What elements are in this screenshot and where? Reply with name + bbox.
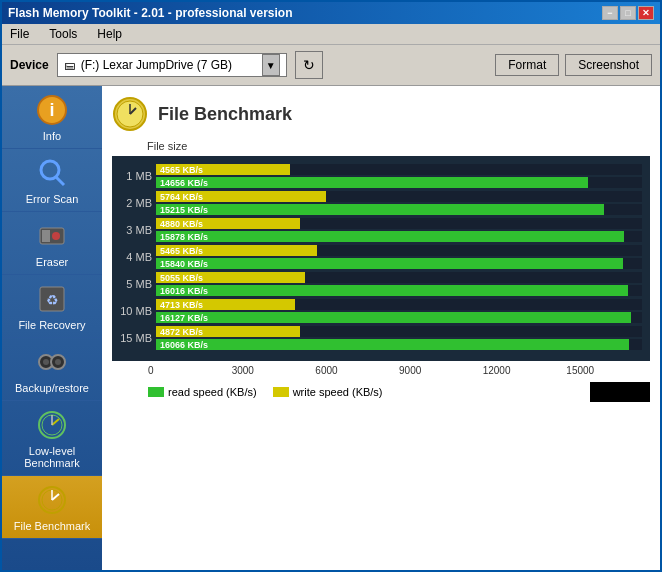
x-tick: 3000 <box>232 365 316 376</box>
sidebar-item-backup-restore-label: Backup/restore <box>15 382 89 394</box>
write-bar: 5764 KB/s <box>156 191 326 202</box>
read-bar: 16127 KB/s <box>156 312 631 323</box>
write-bar: 4713 KB/s <box>156 299 295 310</box>
low-level-benchmark-icon <box>34 407 70 443</box>
menu-file[interactable]: File <box>6 26 33 42</box>
chart-x-axis: 03000600090001200015000 <box>148 365 650 376</box>
sidebar-item-low-level-benchmark-label: Low-level Benchmark <box>6 445 98 469</box>
sidebar-item-info-label: Info <box>43 130 61 142</box>
chart-wrapper: File size 1 MB4565 KB/s14656 KB/s2 MB576… <box>112 140 650 402</box>
sidebar-item-eraser[interactable]: Eraser <box>2 212 102 275</box>
svg-line-3 <box>56 177 64 185</box>
bars-group: 5764 KB/s15215 KB/s <box>156 191 642 215</box>
bars-group: 4565 KB/s14656 KB/s <box>156 164 642 188</box>
close-button[interactable]: ✕ <box>638 6 654 20</box>
read-bar: 15840 KB/s <box>156 258 623 269</box>
legend-read: read speed (KB/s) <box>148 382 257 402</box>
write-bar: 5465 KB/s <box>156 245 317 256</box>
row-label: 15 MB <box>120 332 152 344</box>
read-bar: 15878 KB/s <box>156 231 624 242</box>
row-label: 4 MB <box>120 251 152 263</box>
write-bar: 4565 KB/s <box>156 164 290 175</box>
sidebar-item-error-scan-label: Error Scan <box>26 193 79 205</box>
svg-point-2 <box>41 161 59 179</box>
svg-rect-5 <box>42 230 50 242</box>
x-tick: 12000 <box>483 365 567 376</box>
file-recovery-icon: ♻ <box>34 281 70 317</box>
chart-container: 1 MB4565 KB/s14656 KB/s2 MB5764 KB/s1521… <box>112 156 650 361</box>
device-dropdown-arrow[interactable]: ▼ <box>262 54 280 76</box>
eraser-icon <box>34 218 70 254</box>
device-value: (F:) Lexar JumpDrive (7 GB) <box>81 58 232 72</box>
sidebar-item-file-benchmark[interactable]: File Benchmark <box>2 476 102 539</box>
legend-write: write speed (KB/s) <box>273 382 383 402</box>
row-label: 3 MB <box>120 224 152 236</box>
toolbar: Device 🖴 (F:) Lexar JumpDrive (7 GB) ▼ ↻… <box>2 45 660 86</box>
menu-help[interactable]: Help <box>93 26 126 42</box>
maximize-button[interactable]: □ <box>620 6 636 20</box>
sidebar-item-file-recovery[interactable]: ♻ File Recovery <box>2 275 102 338</box>
row-label: 2 MB <box>120 197 152 209</box>
info-icon: i <box>34 92 70 128</box>
sidebar-item-info[interactable]: i Info <box>2 86 102 149</box>
read-bar: 16066 KB/s <box>156 339 629 350</box>
read-bar: 16016 KB/s <box>156 285 628 296</box>
chart-row: 1 MB4565 KB/s14656 KB/s <box>120 164 642 188</box>
title-bar-buttons: − □ ✕ <box>602 6 654 20</box>
svg-line-19 <box>52 494 59 500</box>
error-scan-icon <box>34 155 70 191</box>
bars-group: 4880 KB/s15878 KB/s <box>156 218 642 242</box>
chart-row: 5 MB5055 KB/s16016 KB/s <box>120 272 642 296</box>
read-bar: 15215 KB/s <box>156 204 604 215</box>
backup-restore-icon <box>34 344 70 380</box>
menu-tools[interactable]: Tools <box>45 26 81 42</box>
device-select-container[interactable]: 🖴 (F:) Lexar JumpDrive (7 GB) ▼ <box>57 53 287 77</box>
write-bar: 4880 KB/s <box>156 218 300 229</box>
device-label: Device <box>10 58 49 72</box>
sidebar-item-error-scan[interactable]: Error Scan <box>2 149 102 212</box>
sidebar-item-file-benchmark-label: File Benchmark <box>14 520 90 532</box>
svg-point-12 <box>55 359 61 365</box>
title-bar: Flash Memory Toolkit - 2.01 - profession… <box>2 2 660 24</box>
content-title: File Benchmark <box>158 104 292 125</box>
chart-row: 10 MB4713 KB/s16127 KB/s <box>120 299 642 323</box>
bars-group: 4713 KB/s16127 KB/s <box>156 299 642 323</box>
write-bar: 5055 KB/s <box>156 272 305 283</box>
svg-text:♻: ♻ <box>46 292 59 308</box>
x-tick: 15000 <box>566 365 650 376</box>
x-tick: 9000 <box>399 365 483 376</box>
sidebar-item-file-recovery-label: File Recovery <box>18 319 85 331</box>
svg-point-10 <box>43 359 49 365</box>
bars-group: 5055 KB/s16016 KB/s <box>156 272 642 296</box>
svg-line-15 <box>52 419 59 425</box>
file-size-label: File size <box>147 140 650 152</box>
sidebar-item-backup-restore[interactable]: Backup/restore <box>2 338 102 401</box>
row-label: 1 MB <box>120 170 152 182</box>
format-button[interactable]: Format <box>495 54 559 76</box>
content-clock-icon <box>112 96 148 132</box>
main-window: Flash Memory Toolkit - 2.01 - profession… <box>0 0 662 572</box>
row-label: 5 MB <box>120 278 152 290</box>
sidebar: i Info Error Scan <box>2 86 102 570</box>
content-area: File Benchmark File size 1 MB4565 KB/s14… <box>102 86 660 570</box>
chart-row: 15 MB4872 KB/s16066 KB/s <box>120 326 642 350</box>
legend-write-label: write speed (KB/s) <box>293 386 383 398</box>
menu-bar: File Tools Help <box>2 24 660 45</box>
legend-write-color <box>273 387 289 397</box>
x-tick: 0 <box>148 365 232 376</box>
minimize-button[interactable]: − <box>602 6 618 20</box>
file-benchmark-icon <box>34 482 70 518</box>
legend-read-color <box>148 387 164 397</box>
refresh-button[interactable]: ↻ <box>295 51 323 79</box>
legend-read-label: read speed (KB/s) <box>168 386 257 398</box>
window-title: Flash Memory Toolkit - 2.01 - profession… <box>8 6 293 20</box>
row-label: 10 MB <box>120 305 152 317</box>
sidebar-item-low-level-benchmark[interactable]: Low-level Benchmark <box>2 401 102 476</box>
write-bar: 4872 KB/s <box>156 326 300 337</box>
read-bar: 14656 KB/s <box>156 177 588 188</box>
chart-legend: read speed (KB/s) write speed (KB/s) <box>148 382 650 402</box>
bars-group: 4872 KB/s16066 KB/s <box>156 326 642 350</box>
sidebar-item-eraser-label: Eraser <box>36 256 68 268</box>
screenshot-button[interactable]: Screenshot <box>565 54 652 76</box>
chart-row: 3 MB4880 KB/s15878 KB/s <box>120 218 642 242</box>
